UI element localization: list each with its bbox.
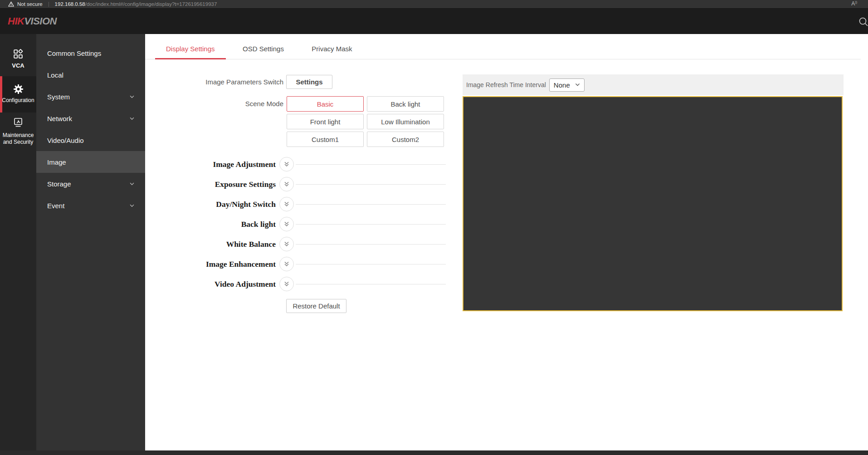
section-label: Image Enhancement <box>145 257 276 271</box>
tab-osd-settings[interactable]: OSD Settings <box>232 43 295 59</box>
preview-toolbar: Image Refresh Time Interval None <box>463 74 844 95</box>
section-divider <box>296 244 446 245</box>
scene-mode-label: Scene Mode <box>145 96 283 112</box>
chevron-down-icon <box>129 181 135 187</box>
gear-icon <box>0 84 36 96</box>
chevron-down-icon <box>129 93 135 100</box>
scene-mode-front-light-button[interactable]: Front light <box>287 114 364 129</box>
menu-item-common-settings[interactable]: Common Settings <box>36 42 145 64</box>
menu-item-network[interactable]: Network <box>36 108 145 129</box>
scene-mode-low-illumination-button[interactable]: Low Illumination <box>367 114 444 129</box>
expand-section-button[interactable] <box>279 217 294 231</box>
section-image-enhancement: Image Enhancement <box>145 257 454 271</box>
tab-display-settings[interactable]: Display Settings <box>155 43 226 59</box>
rail-item-label: Maintenance <box>3 132 34 138</box>
section-divider <box>296 164 446 165</box>
section-divider <box>296 264 446 264</box>
expand-section-button[interactable] <box>279 277 294 291</box>
rail-item-label: Configuration <box>2 97 34 103</box>
menu-item-system[interactable]: System <box>36 86 145 108</box>
section-label: Day/Night Switch <box>145 197 276 211</box>
expand-section-button[interactable] <box>279 157 294 171</box>
menu-item-storage[interactable]: Storage <box>36 173 145 195</box>
rail-item-label: and Security <box>3 139 34 145</box>
menu-item-video-audio[interactable]: Video/Audio <box>36 129 145 151</box>
chevron-down-icon <box>575 81 580 89</box>
section-label: White Balance <box>145 237 276 251</box>
section-video-adjustment: Video Adjustment <box>145 277 454 291</box>
restore-default-button[interactable]: Restore Default <box>286 299 346 313</box>
scene-mode-custom2-button[interactable]: Custom2 <box>367 132 444 147</box>
rail-item-label: VCA <box>12 62 24 69</box>
chevron-down-icon <box>129 115 135 122</box>
section-divider <box>296 184 446 185</box>
menu-item-local[interactable]: Local <box>36 64 145 86</box>
search-icon[interactable] <box>858 16 868 27</box>
tab-bar: Display Settings OSD Settings Privacy Ma… <box>145 43 861 59</box>
menu-item-event[interactable]: Event <box>36 195 145 216</box>
section-exposure-settings: Exposure Settings <box>145 177 454 191</box>
expand-section-button[interactable] <box>279 237 294 251</box>
screen: Not secure 192.168.0.58/doc/index.html#/… <box>0 0 868 455</box>
address-bar-divider <box>49 2 49 7</box>
expand-section-button[interactable] <box>279 197 294 211</box>
menu-item-image[interactable]: Image <box>36 151 145 173</box>
scene-mode-basic-button[interactable]: Basic <box>287 96 364 112</box>
expand-section-button[interactable] <box>279 257 294 271</box>
section-label: Exposure Settings <box>145 177 276 191</box>
rail-item-maintenance-security[interactable]: Maintenance and Security <box>0 117 36 146</box>
image-parameters-switch-label: Image Parameters Switch <box>145 75 283 89</box>
section-label: Video Adjustment <box>145 277 276 291</box>
live-view-area <box>463 96 843 311</box>
tab-privacy-mask[interactable]: Privacy Mask <box>301 43 363 59</box>
rail-item-configuration[interactable]: Configuration <box>0 76 36 113</box>
security-status[interactable]: Not secure <box>17 1 43 7</box>
refresh-interval-label: Image Refresh Time Interval <box>466 81 546 88</box>
refresh-interval-value: None <box>554 81 570 89</box>
module-rail: VCA <box>0 34 36 450</box>
browser-address-bar: Not secure 192.168.0.58/doc/index.html#/… <box>0 0 868 9</box>
section-label: Back light <box>145 217 276 231</box>
section-divider <box>296 204 446 205</box>
vca-modules-icon <box>0 49 36 61</box>
hikvision-logo: HIKVISION <box>8 15 57 27</box>
section-divider <box>296 224 446 225</box>
main-content: Display Settings OSD Settings Privacy Ma… <box>145 34 868 450</box>
configuration-menu: Common Settings Local System Network Vid… <box>36 34 145 450</box>
read-aloud-icon[interactable]: A)) <box>851 0 857 7</box>
app-header: HIKVISION <box>0 9 868 34</box>
expand-section-button[interactable] <box>279 177 294 191</box>
rail-item-vca[interactable]: VCA <box>0 49 36 69</box>
maintenance-icon <box>0 117 36 131</box>
page-url[interactable]: 192.168.0.58/doc/index.html#/config/imag… <box>55 1 217 7</box>
section-image-adjustment: Image Adjustment <box>145 157 454 171</box>
section-day-night-switch: Day/Night Switch <box>145 197 454 211</box>
section-back-light: Back light <box>145 217 454 231</box>
section-white-balance: White Balance <box>145 237 454 251</box>
section-divider <box>296 284 446 284</box>
scene-mode-back-light-button[interactable]: Back light <box>367 96 444 112</box>
warning-triangle-icon[interactable] <box>8 1 14 7</box>
chevron-down-icon <box>129 202 135 209</box>
bottom-edge-strip <box>0 450 868 455</box>
settings-button[interactable]: Settings <box>286 75 332 89</box>
scene-mode-custom1-button[interactable]: Custom1 <box>287 132 364 147</box>
refresh-interval-select[interactable]: None <box>549 78 585 92</box>
section-label: Image Adjustment <box>145 157 276 171</box>
